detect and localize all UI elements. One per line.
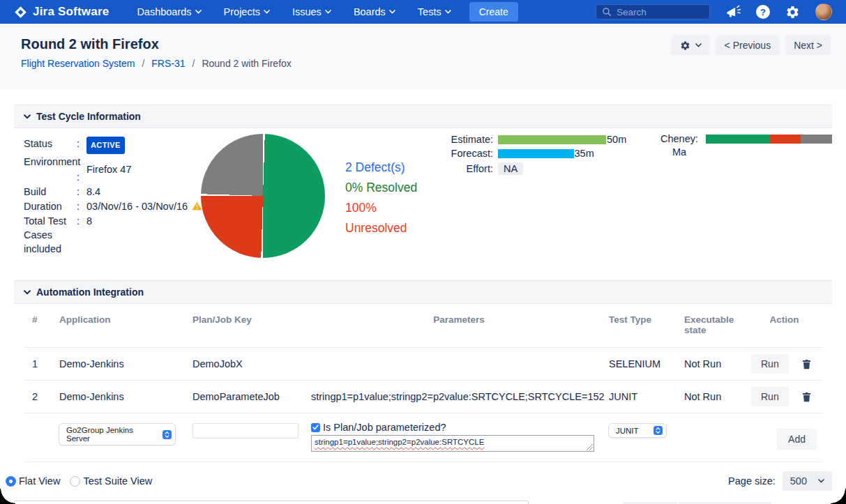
nav-item-issues[interactable]: Issues — [292, 6, 331, 17]
duration-field: Duration: 03/Nov/16 - 03/Nov/16 — [24, 199, 198, 213]
nav-item-projects[interactable]: Projects — [224, 6, 270, 17]
chevron-down-icon — [264, 10, 270, 14]
breadcrumb-current: Round 2 with Firefox — [202, 58, 291, 69]
page-size-label: Page size: — [728, 475, 776, 487]
forecast-bar — [498, 149, 574, 158]
brand-label: Jira Software — [33, 5, 109, 19]
flat-view-radio[interactable] — [6, 476, 16, 487]
delete-icon[interactable] — [802, 359, 811, 369]
collapse-chevron-icon — [24, 114, 31, 119]
test-suite-view-radio[interactable] — [70, 476, 80, 487]
automation-table: # Application Plan/Job Key Parameters Te… — [14, 304, 832, 462]
plan-job-key-input[interactable] — [192, 423, 299, 438]
test-cycle-section-header[interactable]: Test Cycle Information — [14, 105, 832, 128]
defect-summary: 2 Defect(s) 0% Resolved 100% Unresolved — [345, 158, 439, 238]
jira-diamond-icon — [14, 6, 27, 19]
build-field: Build: 8.4 — [24, 185, 198, 199]
assignee-progress-bar — [706, 135, 832, 144]
search-input[interactable] — [617, 7, 704, 17]
nav-item-dashboards[interactable]: Dashboards — [137, 6, 201, 17]
table-row: 1 Demo-Jenkins DemoJobX SELENIUM Not Run… — [24, 348, 822, 381]
total-tests-field: Total Test Cases included: 8 — [24, 214, 198, 256]
defects-resolved: 0% Resolved — [345, 178, 439, 198]
assignee-progress: Cheney: Ma — [656, 132, 832, 159]
estimate-row: Estimate: 50m — [441, 132, 626, 146]
parameterized-checkbox[interactable] — [311, 423, 320, 432]
execution-pie-chart — [201, 134, 325, 258]
jira-logo[interactable]: Jira Software — [14, 5, 109, 19]
top-nav: Jira Software Dashboards Projects Issues… — [0, 0, 846, 24]
effort-value-badge: NA — [498, 162, 523, 175]
test-suite-view-label[interactable]: Test Suite View — [83, 475, 152, 487]
section-title: Test Cycle Information — [36, 111, 141, 122]
run-button[interactable]: Run — [751, 387, 789, 406]
page-size-select[interactable]: 500 — [783, 471, 832, 491]
view-toggle-row: Flat View Test Suite View Page size: 500 — [6, 471, 832, 491]
chevron-down-icon — [195, 10, 202, 14]
collapse-chevron-icon — [24, 290, 31, 295]
table-row: 2 Demo-Jenkins DemoParameteJob stringp1=… — [24, 381, 822, 413]
breadcrumb-issue-link[interactable]: FRS-31 — [151, 58, 185, 69]
parameterized-label: Is Plan/Job parameterized? — [323, 422, 446, 433]
automation-section: Automation Integration # Application Pla… — [14, 280, 832, 462]
megaphone-icon[interactable] — [725, 5, 741, 19]
section-title: Automation Integration — [36, 287, 144, 298]
previous-button[interactable]: < Previous — [716, 36, 780, 55]
add-automation-form: Go2Group Jenkins Server Is Plan/Job para… — [24, 413, 822, 462]
create-button[interactable]: Create — [469, 2, 518, 22]
cycle-settings-button[interactable] — [672, 36, 710, 55]
breadcrumb: Flight Reservation System / FRS-31 / Rou… — [21, 58, 825, 69]
select-stepper-icon — [654, 426, 663, 435]
search-icon — [602, 7, 612, 17]
forecast-row: Forecast: 35m — [441, 146, 626, 160]
environment-field: Environment: Firefox 47 — [24, 155, 198, 184]
chevron-down-icon — [818, 479, 824, 483]
effort-row: Effort: NA — [441, 162, 626, 176]
gear-icon — [680, 40, 690, 51]
test-cycle-section: Test Cycle Information Status: ACTIVE En… — [14, 105, 832, 266]
test-type-select[interactable]: JUNIT — [608, 423, 667, 438]
delete-icon[interactable] — [802, 392, 811, 402]
contains-text-input[interactable] — [14, 501, 529, 504]
estimate-bar — [498, 135, 606, 144]
cycle-fields: Status: ACTIVE Environment: Firefox 47 B… — [24, 137, 198, 256]
assignee-name: Cheney: Ma — [656, 132, 702, 159]
global-search[interactable] — [596, 4, 710, 20]
nav-menu: Dashboards Projects Issues Boards Tests — [137, 6, 451, 17]
chevron-down-icon — [445, 10, 451, 14]
chevron-down-icon — [695, 43, 702, 47]
table-header-row: # Application Plan/Job Key Parameters Te… — [24, 304, 822, 348]
page-header: Round 2 with Firefox Flight Reservation … — [0, 24, 846, 89]
flat-view-label[interactable]: Flat View — [19, 475, 60, 487]
filter-toolbar: ? JQL Search Adjust Bulk Operation Colum… — [0, 498, 846, 504]
user-avatar[interactable] — [815, 3, 832, 20]
parameters-textarea[interactable]: stringp1=p1value;stringp2=p2value:SRTCYC… — [311, 435, 594, 452]
status-field: Status: ACTIVE — [24, 137, 198, 154]
defect-count[interactable]: 2 Defect(s) — [345, 158, 439, 178]
chevron-down-icon — [389, 10, 395, 14]
next-button[interactable]: Next > — [785, 36, 831, 55]
effort-metrics: Estimate: 50m Forecast: 35m Effort: NA — [441, 132, 626, 176]
resize-grip[interactable] — [587, 444, 593, 450]
gear-icon[interactable] — [785, 5, 800, 20]
help-icon[interactable]: ? — [756, 5, 770, 19]
select-stepper-icon — [163, 430, 172, 439]
chevron-down-icon — [325, 10, 331, 14]
automation-section-header[interactable]: Automation Integration — [14, 280, 832, 304]
nav-item-boards[interactable]: Boards — [354, 6, 395, 17]
nav-item-tests[interactable]: Tests — [418, 6, 451, 17]
add-button[interactable]: Add — [777, 429, 817, 450]
status-badge: ACTIVE — [86, 137, 125, 154]
server-select[interactable]: Go2Group Jenkins Server — [59, 423, 176, 445]
breadcrumb-project-link[interactable]: Flight Reservation System — [21, 58, 135, 69]
run-button[interactable]: Run — [751, 354, 789, 374]
defects-unresolved: 100% Unresolved — [345, 198, 439, 238]
